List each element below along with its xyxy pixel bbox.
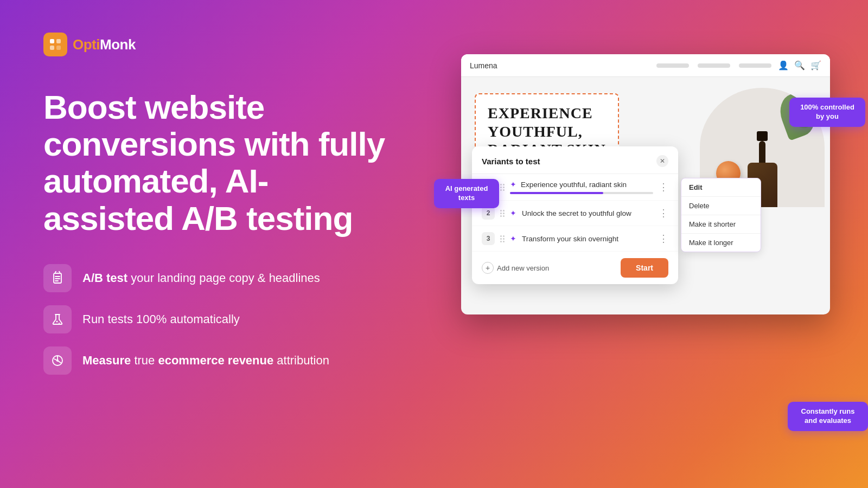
left-panel: OptiMonk Boost website conversions with … — [43, 33, 396, 375]
browser-nav-lines — [656, 63, 771, 68]
variants-footer: + Add new version Start — [472, 252, 678, 284]
features-list: A/B test your landing page copy & headli… — [43, 264, 396, 375]
variant-number-3: 3 — [482, 232, 495, 245]
context-menu: Edit Delete Make it shorter Make it long… — [681, 178, 761, 252]
variant-more-3[interactable]: ⋮ — [659, 234, 668, 243]
magic-icon-1: ✦ — [510, 180, 516, 189]
add-icon: + — [482, 262, 494, 274]
logo-icon — [43, 33, 67, 56]
progress-bar-area-1 — [510, 192, 653, 194]
feature-run-tests-text: Run tests 100% automatically — [82, 312, 240, 326]
flask-icon-box — [43, 305, 72, 333]
nav-line — [656, 63, 689, 68]
svg-rect-1 — [56, 39, 61, 43]
browser-navbar: Lumena 👤 🔍 🛒 — [461, 54, 830, 77]
feature-ab-test: A/B test your landing page copy & headli… — [43, 264, 396, 292]
variant-text-2: Unlock the secret to youthful glow — [522, 209, 653, 217]
variant-row-3: 3 ✦ Transform your skin overnight ⋮ — [472, 226, 678, 252]
chart-icon-box — [43, 346, 72, 375]
variant-more-2[interactable]: ⋮ — [659, 208, 668, 218]
close-button[interactable]: ✕ — [656, 155, 668, 167]
feature-measure: Measure true ecommerce revenue attributi… — [43, 346, 396, 375]
browser-brand: Lumena — [470, 61, 650, 70]
flask-icon — [50, 312, 65, 326]
start-button[interactable]: Start — [621, 258, 668, 278]
nav-line — [698, 63, 730, 68]
svg-rect-0 — [50, 39, 54, 43]
variant-number-2: 2 — [482, 207, 495, 220]
magic-icon-3: ✦ — [510, 234, 516, 243]
browser-icons: 👤 🔍 🛒 — [778, 60, 821, 70]
svg-rect-2 — [50, 46, 54, 50]
feature-ab-test-text: A/B test your landing page copy & headli… — [82, 271, 320, 285]
feature-measure-text: Measure true ecommerce revenue attributi… — [82, 354, 329, 368]
add-version-button[interactable]: + Add new version — [482, 262, 549, 274]
logo-area: OptiMonk — [43, 33, 396, 56]
add-version-label: Add new version — [497, 264, 549, 272]
callout-ai-generated: AI generated texts — [434, 179, 499, 208]
callout-constantly: Constantly runs and evaluates — [788, 402, 868, 431]
variant-text-1: Experience youthful, radiant skin — [521, 181, 653, 189]
cart-icon: 🛒 — [810, 60, 821, 70]
logo-part1: Opti — [73, 36, 100, 53]
variants-panel: Variants to test ✕ 1 ✦ Experience youthf… — [472, 146, 678, 284]
variant-text-3: Transform your skin overnight — [522, 235, 653, 243]
drag-handle-1 — [500, 184, 505, 191]
variant-row-2: 2 ✦ Unlock the secret to youthful glow ⋮ — [472, 201, 678, 226]
svg-point-10 — [59, 323, 60, 324]
nav-line — [739, 63, 771, 68]
context-menu-shorter[interactable]: Make it shorter — [681, 215, 761, 234]
bottle-dropper — [759, 141, 765, 163]
svg-point-12 — [56, 359, 59, 362]
logo-part2: Monk — [100, 36, 136, 53]
variants-title: Variants to test — [482, 157, 540, 166]
logo-text: OptiMonk — [73, 36, 136, 53]
svg-point-9 — [56, 320, 58, 322]
context-menu-longer[interactable]: Make it longer — [681, 234, 761, 252]
svg-rect-4 — [54, 273, 61, 283]
chart-icon — [50, 354, 65, 368]
context-menu-delete[interactable]: Delete — [681, 197, 761, 215]
magic-icon-2: ✦ — [510, 209, 516, 217]
bottle-cap — [757, 131, 768, 141]
feature-run-tests: Run tests 100% automatically — [43, 305, 396, 333]
variant-more-1[interactable]: ⋮ — [659, 182, 668, 192]
drag-handle-2 — [500, 210, 505, 217]
user-icon: 👤 — [778, 60, 789, 70]
context-menu-edit[interactable]: Edit — [681, 178, 761, 197]
drag-handle-3 — [500, 235, 505, 242]
variant-row-1: 1 ✦ Experience youthful, radiant skin ⋮ — [472, 174, 678, 201]
clipboard-icon-box — [43, 264, 72, 292]
svg-rect-3 — [56, 46, 61, 50]
right-panel: Lumena 👤 🔍 🛒 EXPERIENCE YOUTHFUL, RADIAN… — [445, 22, 868, 466]
variants-header: Variants to test ✕ — [472, 146, 678, 174]
search-icon: 🔍 — [794, 60, 805, 70]
page-headline: Boost website conversions with fully aut… — [43, 89, 396, 237]
callout-controlled: 100% controlled by you — [789, 98, 865, 127]
clipboard-icon — [50, 271, 65, 285]
